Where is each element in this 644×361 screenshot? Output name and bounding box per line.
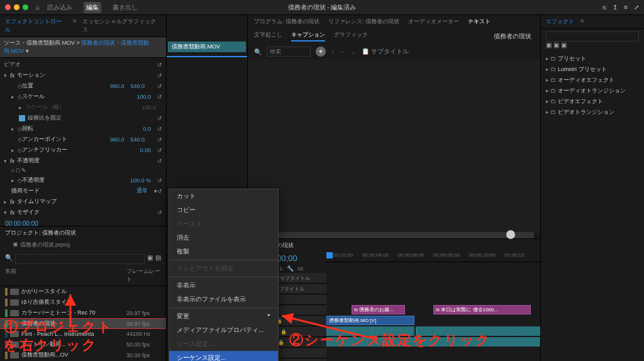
tab-effects[interactable]: エフェクト: [546, 18, 574, 26]
filter-icon[interactable]: ▤: [155, 254, 161, 264]
timeline-tracks[interactable]: fx 債務者のお嬢... fx 本日は実際に 借金1000... 債務書類動画.…: [326, 273, 540, 361]
project-item[interactable]: 債務書類動画...OV30.00 fps: [0, 350, 166, 360]
project-search-input[interactable]: [15, 254, 145, 264]
effects-folder[interactable]: ▸🗀オーディオトランジション: [546, 86, 639, 96]
timeline-ruler[interactable]: 00;00;02;0000;00;04;0000;00;06;0000;00;0…: [326, 252, 540, 262]
cc-icon[interactable]: cc: [297, 265, 303, 272]
project-title[interactable]: プロジェクト: 債務者の現状: [0, 226, 166, 240]
clip-a1[interactable]: [326, 326, 414, 336]
clip-v2a[interactable]: fx 債務者のお嬢...: [352, 305, 405, 314]
scale-row[interactable]: ▸◇ スケール100.0↺: [0, 91, 166, 102]
subtab-caption[interactable]: キャプション: [291, 31, 325, 42]
ctx-show-hidden[interactable]: 非表示のファイルを表示: [169, 292, 278, 306]
home-icon[interactable]: ⌂: [36, 4, 40, 11]
share-icon[interactable]: ↥: [613, 4, 618, 11]
rotation-row[interactable]: ▸◇ 回転0.0↺: [0, 123, 166, 134]
playhead-indicator[interactable]: [326, 252, 333, 258]
preset-icon[interactable]: ▣: [546, 42, 552, 48]
accel-icon[interactable]: ▣: [561, 42, 567, 48]
merge-up-icon[interactable]: ⫟: [339, 48, 345, 55]
blend-mode-row[interactable]: 描画モード通常 ▾↺: [0, 186, 166, 196]
clip-a2[interactable]: [326, 337, 540, 347]
tab-essential-graphics[interactable]: エッセンシャルグラフィックス: [82, 18, 161, 34]
tab-reference[interactable]: リファレンス: 債務者の現状: [328, 18, 399, 26]
project-item[interactable]: かがりースタイル: [0, 286, 166, 297]
clip-v1[interactable]: 債務書類動画.MO [V]: [326, 316, 414, 325]
checkbox-icon[interactable]: ✓: [19, 115, 25, 121]
fullscreen-icon[interactable]: ⤢: [634, 4, 639, 11]
ctx-media-props[interactable]: メディアファイルプロパティ...: [169, 323, 278, 337]
project-columns[interactable]: 名前 フレームレート: [0, 265, 166, 286]
yuv-icon[interactable]: ▣: [553, 42, 559, 48]
ctx-copy[interactable]: コピー: [169, 203, 278, 217]
opacity-masks[interactable]: ○ □ ✎: [0, 166, 166, 175]
reset-icon[interactable]: ↺: [157, 62, 162, 68]
antiflicker-row[interactable]: ▸◇ アンチフリッカー0.00↺: [0, 145, 166, 155]
search-icon[interactable]: 🔍: [5, 254, 13, 264]
playhead-knob[interactable]: [506, 230, 515, 239]
workspace-edit[interactable]: 編集: [84, 2, 101, 13]
ctx-hide[interactable]: 非表示: [169, 279, 278, 292]
project-item[interactable]: 債務者の現状29.97 fps: [0, 318, 166, 329]
opacity-value-row[interactable]: ▸◇ 不透明度100.0 %↺: [0, 175, 166, 186]
clip-a1b[interactable]: [416, 326, 540, 336]
ctx-clear[interactable]: 消去: [169, 231, 278, 245]
wrench-icon[interactable]: 🔧: [287, 265, 294, 272]
effects-folder[interactable]: ▸🗀Lumetri プリセット: [546, 64, 639, 75]
quick-export-icon[interactable]: ⎋: [602, 4, 606, 11]
insert-icon[interactable]: ↴: [278, 265, 283, 272]
tab-effect-controls[interactable]: エフェクトコントロール: [5, 18, 67, 34]
clip-v2b[interactable]: fx 本日は実際に 借金1000...: [433, 305, 531, 314]
effects-folder[interactable]: ▸🗀ビデオエフェクト: [546, 96, 639, 107]
ctx-duplicate[interactable]: 複製: [169, 245, 278, 258]
maximize-icon[interactable]: [23, 4, 28, 10]
minimize-icon[interactable]: [14, 4, 19, 10]
top-bar: ⌂ 読み込み 編集 書き出し 債務者の現状 - 編集済み ⎋ ↥ ≡ ⤢: [0, 0, 644, 15]
program-monitor[interactable]: [248, 59, 540, 232]
context-menu: カット コピー ペースト 消去 複製 インとアウトを消去 非表示 非表示のファイ…: [169, 189, 279, 361]
anchor-row[interactable]: ◇ アンカーポイント960.0540.0↺: [0, 134, 166, 145]
tab-program[interactable]: プログラム: 債務者の現状: [254, 18, 319, 26]
workspace-export[interactable]: 書き出し: [110, 2, 140, 13]
effects-folder[interactable]: ▸🗀オーディオエフェクト: [546, 75, 639, 86]
source-clip[interactable]: 債務書類動画.MOV: [168, 42, 246, 52]
workspace-import[interactable]: 読み込み: [45, 2, 75, 13]
ctx-modify[interactable]: 変更: [169, 309, 278, 323]
reset-icon[interactable]: ↺: [157, 72, 162, 79]
opacity-row[interactable]: ▾fx不透明度↺: [0, 155, 166, 166]
ctx-sequence-settings[interactable]: シーケンス設定...: [169, 351, 278, 361]
effects-folder[interactable]: ▸🗀プリセット: [546, 53, 639, 64]
mosaic-row[interactable]: ▾fxモザイク↺: [0, 207, 166, 218]
panel-menu-icon[interactable]: ≡: [73, 18, 76, 34]
source-bar[interactable]: ソース・債務書類動画.MOV > 債務者の現状・債務書類動画.MOV ▾: [0, 37, 166, 58]
tab-audio-meter[interactable]: オーディオメーター: [408, 18, 459, 26]
close-icon[interactable]: [5, 4, 11, 10]
effects-search-input[interactable]: [546, 31, 639, 42]
project-item[interactable]: Flint - Peach L... Instrumenta44100 Hz: [0, 329, 166, 339]
workspace-icon[interactable]: ≡: [624, 4, 628, 11]
subtab-transcribe[interactable]: 文字起こし: [254, 31, 282, 42]
program-tabs: プログラム: 債務者の現状 リファレンス: 債務者の現状 オーディオメーター テ…: [248, 15, 540, 28]
split-icon[interactable]: ⫞: [331, 48, 334, 55]
bin-icon[interactable]: ▣: [147, 254, 153, 264]
lock-aspect-row[interactable]: ✓縦横比を固定↺: [0, 113, 166, 123]
subtitle-track-label: 📋 サブタイトル: [362, 47, 409, 56]
video-section[interactable]: ビデオ↺: [0, 59, 166, 70]
merge-down-icon[interactable]: ⫠: [350, 48, 357, 55]
position-row[interactable]: ◇ 位置960.0540.0↺: [0, 81, 166, 91]
effect-timecode[interactable]: 00;00;00;00: [0, 219, 166, 226]
effects-folder[interactable]: ▸🗀ビデオトランジション: [546, 107, 639, 118]
timeremap-row[interactable]: ▸fxタイムリマップ: [0, 196, 166, 207]
add-caption-button[interactable]: +: [316, 47, 326, 57]
motion-row[interactable]: ▾fxモーション↺: [0, 70, 166, 81]
project-item[interactable]: カラーバーとトーン - Rec 7029.97 fps: [0, 308, 166, 318]
playhead-scrubber[interactable]: [254, 232, 534, 238]
project-item[interactable]: ゆり吉係長スタイル: [0, 297, 166, 308]
window-controls[interactable]: [5, 4, 28, 10]
caption-search-input[interactable]: [267, 47, 311, 57]
subtab-graphic[interactable]: グラフィック: [334, 31, 368, 42]
tab-text[interactable]: テキスト: [468, 18, 491, 26]
search-icon[interactable]: 🔍: [254, 48, 262, 55]
project-item[interactable]: カットイン動画...50.00 fps: [0, 339, 166, 350]
ctx-cut[interactable]: カット: [169, 189, 278, 203]
